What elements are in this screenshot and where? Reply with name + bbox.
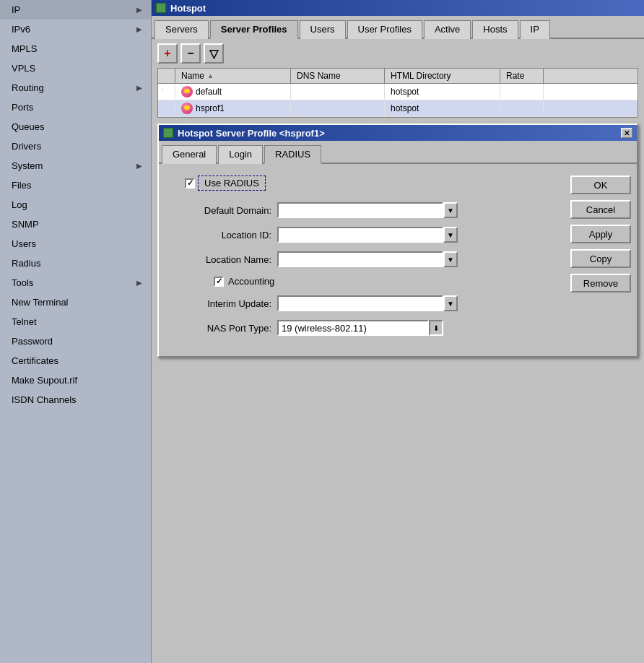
sidebar-item-label: IP <box>12 4 20 15</box>
accounting-label: Accounting <box>228 276 274 287</box>
sidebar-item-make-supout[interactable]: Make Supout.rif <box>0 370 151 390</box>
location-name-input[interactable] <box>277 251 443 267</box>
td-html: hotspot <box>385 84 500 100</box>
interim-update-dropdown[interactable]: ▼ <box>443 295 458 311</box>
dialog-tab-radius[interactable]: RADIUS <box>264 145 321 164</box>
th-dns: DNS Name <box>291 69 385 83</box>
arrow-icon: ▶ <box>136 6 142 14</box>
filter-button[interactable]: ▽ <box>204 43 224 64</box>
default-domain-dropdown[interactable]: ▼ <box>443 202 458 218</box>
td-dns <box>291 84 385 100</box>
window-icon <box>156 3 166 13</box>
sidebar-item-system[interactable]: System ▶ <box>0 156 151 176</box>
row-icon <box>181 103 193 114</box>
sidebar-item-password[interactable]: Password <box>0 332 151 351</box>
sidebar-item-label: Log <box>12 199 27 210</box>
apply-button[interactable]: Apply <box>570 225 631 243</box>
use-radius-checkbox[interactable]: ✓ <box>185 178 195 188</box>
location-id-dropdown[interactable]: ▼ <box>443 227 458 243</box>
arrow-icon: ▶ <box>136 162 142 170</box>
sidebar-item-ip[interactable]: IP ▶ <box>0 0 151 20</box>
sidebar-item-label: MPLS <box>12 43 37 54</box>
dialog-tab-login[interactable]: Login <box>218 145 263 164</box>
sidebar-item-log[interactable]: Log <box>0 195 151 214</box>
sidebar-item-label: Telnet <box>12 316 37 327</box>
sidebar-item-label: Queues <box>12 121 45 132</box>
td-marker: · <box>158 84 175 100</box>
add-button[interactable]: + <box>157 43 178 64</box>
nas-port-type-dropdown[interactable]: ⬇ <box>429 320 443 336</box>
sidebar-item-label: ISDN Channels <box>12 394 77 405</box>
location-name-dropdown[interactable]: ▼ <box>443 251 458 267</box>
ok-button[interactable]: OK <box>570 176 631 194</box>
nas-port-type-input[interactable] <box>277 320 429 336</box>
dialog-title: Hotspot Server Profile <hsprof1> <box>178 128 325 139</box>
cancel-button[interactable]: Cancel <box>570 200 631 219</box>
sidebar-item-label: Users <box>12 238 36 249</box>
sidebar-item-tools[interactable]: Tools ▶ <box>0 273 151 292</box>
td-dns <box>291 100 385 116</box>
arrow-icon: ▶ <box>136 84 142 92</box>
location-id-wrap: ▼ <box>277 227 458 243</box>
default-domain-wrap: ▼ <box>277 202 458 218</box>
tab-active[interactable]: Active <box>424 20 471 39</box>
location-name-wrap: ▼ <box>277 251 458 267</box>
interim-update-wrap: ▼ <box>277 295 458 311</box>
sidebar-item-vpls[interactable]: VPLS <box>0 58 151 78</box>
sidebar-item-mpls[interactable]: MPLS <box>0 39 151 58</box>
tab-hosts[interactable]: Hosts <box>472 20 518 39</box>
table-row[interactable]: hsprof1 hotspot <box>158 100 638 117</box>
sidebar-item-routing[interactable]: Routing ▶ <box>0 78 151 98</box>
location-id-input[interactable] <box>277 227 443 243</box>
dialog-titlebar: Hotspot Server Profile <hsprof1> ✕ <box>159 125 637 141</box>
td-rate <box>500 84 544 100</box>
sidebar-item-label: SNMP <box>12 219 39 230</box>
default-domain-input[interactable] <box>277 202 443 218</box>
row-icon <box>181 86 193 98</box>
tab-servers[interactable]: Servers <box>155 20 209 39</box>
remove-button[interactable]: − <box>180 43 201 64</box>
tab-server-profiles[interactable]: Server Profiles <box>210 20 298 39</box>
location-id-row: Location ID: ▼ <box>170 227 553 243</box>
copy-button[interactable]: Copy <box>570 249 631 268</box>
dialog-tab-general[interactable]: General <box>162 145 217 164</box>
remove-button[interactable]: Remove <box>570 274 631 292</box>
sidebar-item-ports[interactable]: Ports <box>0 98 151 117</box>
default-domain-label: Default Domain: <box>170 205 271 216</box>
sidebar: IP ▶ IPv6 ▶ MPLS VPLS Routing ▶ Ports Qu… <box>0 0 152 663</box>
sidebar-item-label: VPLS <box>12 63 35 74</box>
sidebar-item-isdn[interactable]: ISDN Channels <box>0 390 151 410</box>
dialog-close-button[interactable]: ✕ <box>621 128 632 138</box>
sidebar-item-label: Password <box>12 336 53 347</box>
sidebar-item-label: Radius <box>12 258 40 269</box>
table-header: Name ▲ DNS Name HTML Directory Rate <box>158 69 638 84</box>
sidebar-item-label: Drivers <box>12 141 41 152</box>
th-check <box>158 69 175 83</box>
sidebar-item-snmp[interactable]: SNMP <box>0 214 151 234</box>
interim-update-input[interactable] <box>277 295 443 311</box>
sidebar-item-users[interactable]: Users <box>0 234 151 254</box>
accounting-checkbox[interactable]: ✓ <box>214 277 224 287</box>
dialog-form: ✓ Use RADIUS Default Domain: ▼ Location … <box>159 164 565 356</box>
table-row[interactable]: · default hotspot <box>158 84 638 100</box>
sidebar-item-label: Tools <box>12 277 33 288</box>
nas-port-type-wrap: ⬇ <box>277 320 443 336</box>
sidebar-item-files[interactable]: Files <box>0 176 151 195</box>
sidebar-item-certificates[interactable]: Certificates <box>0 351 151 370</box>
sidebar-item-telnet[interactable]: Telnet <box>0 312 151 332</box>
use-radius-label: Use RADIUS <box>198 176 266 191</box>
tab-ip[interactable]: IP <box>520 20 550 39</box>
td-html: hotspot <box>385 100 500 116</box>
sidebar-item-radius[interactable]: Radius <box>0 254 151 273</box>
th-rate: Rate <box>500 69 544 83</box>
sidebar-item-ipv6[interactable]: IPv6 ▶ <box>0 20 151 39</box>
sidebar-item-queues[interactable]: Queues <box>0 117 151 136</box>
tab-user-profiles[interactable]: User Profiles <box>347 20 422 39</box>
sidebar-item-label: New Terminal <box>12 297 69 308</box>
checkmark-icon: ✓ <box>216 277 222 286</box>
window-title: Hotspot <box>170 3 206 14</box>
tab-users[interactable]: Users <box>300 20 346 39</box>
sidebar-item-drivers[interactable]: Drivers <box>0 136 151 156</box>
arrow-icon: ▶ <box>136 279 142 287</box>
sidebar-item-new-terminal[interactable]: New Terminal <box>0 292 151 312</box>
